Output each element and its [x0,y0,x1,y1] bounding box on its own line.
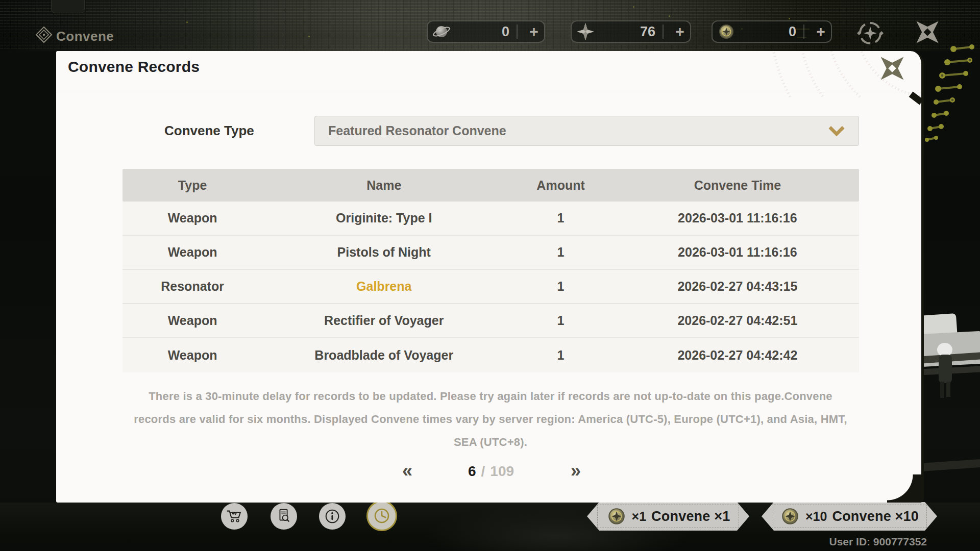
cell-amount: 1 [505,313,616,328]
cell-name: Broadblade of Voyager [262,348,505,363]
cell-name: Originite: Type I [262,211,505,226]
pill-divider [803,24,804,39]
table-row: Weapon Originite: Type I 1 2026-03-01 11… [122,202,859,236]
arc-decoration [605,51,921,98]
dna-helix-decoration [923,44,980,153]
convene-x10-button[interactable]: ×10 Convene ×10 [762,502,937,531]
speckle [789,18,790,19]
character-leg [946,382,950,397]
table-row: Resonator Galbrena 1 2026-02-27 04:43:15 [122,270,859,304]
cell-time: 2026-02-27 04:42:51 [616,313,859,328]
convene-x1-button[interactable]: ×1 Convene ×1 [587,502,749,531]
lunite-planet-icon [432,22,451,41]
modal-title: Convene Records [68,58,200,76]
header-divider [56,92,921,92]
column-header-name: Name [262,178,505,193]
cell-time: 2026-02-27 04:42:42 [616,348,859,363]
convene-type-dropdown[interactable]: Featured Resonator Convene [314,116,859,146]
convene-x10-cost: ×10 [805,509,827,524]
column-header-amount: Amount [505,178,616,193]
dropdown-selected-value: Featured Resonator Convene [328,123,506,138]
currency-lunite: 0 + [427,20,545,43]
tide-coin-icon [717,22,736,41]
speckle [186,21,188,23]
convene-records-modal: Convene Records Convene Type Featured Re… [56,51,924,503]
tide-coin-icon [606,506,627,527]
column-header-time: Convene Time [616,178,859,193]
shop-button[interactable] [221,503,248,530]
pill-divider [663,24,664,39]
table-row: Weapon Pistols of Night 1 2026-03-01 11:… [122,236,859,270]
records-detail-button[interactable] [271,503,297,530]
page-title: Convene [56,29,114,44]
pagination-counter: 6 / 109 [435,458,547,485]
cell-type: Weapon [122,348,262,363]
pagination-current-page: 6 [468,463,476,480]
pagination-separator: / [481,463,485,480]
cell-time: 2026-02-27 04:43:15 [616,279,859,294]
currency-value: 0 [789,24,796,40]
speckle [633,6,634,8]
currency-value: 76 [640,24,655,40]
cart-icon [226,508,243,525]
character-body [939,355,952,383]
table-header-row: Type Name Amount Convene Time [122,169,859,202]
convene-x10-label: Convene ×10 [832,509,919,524]
cell-type: Weapon [122,245,262,260]
document-search-icon [275,508,292,525]
add-tide-button[interactable]: + [811,21,831,42]
currency-astrite: 76 + [571,20,691,43]
speckle [308,36,310,37]
history-button[interactable] [366,500,397,531]
cell-time: 2026-03-01 11:16:16 [616,245,859,260]
astrite-star-icon [576,22,595,41]
cell-name: Pistols of Night [262,245,505,260]
chevron-down-icon [828,126,845,137]
info-icon [324,508,341,525]
convene-type-label: Convene Type [164,123,254,139]
corner-notch [909,91,924,105]
cell-type: Weapon [122,211,262,226]
records-disclaimer: There is a 30-minute delay for records t… [133,385,848,454]
corner-fold [887,474,921,503]
add-lunite-button[interactable]: + [524,21,544,42]
cell-type: Weapon [122,313,262,328]
tide-coin-icon [780,506,800,527]
table-row: Weapon Rectifier of Voyager 1 2026-02-27… [122,304,859,338]
convene-x1-label: Convene ×1 [651,509,730,524]
cell-amount: 1 [505,279,616,294]
cell-name: Rectifier of Voyager [262,313,505,328]
close-modal-pinwheel-icon[interactable] [878,54,906,83]
pagination-total-pages: 109 [490,463,514,480]
convene-emblem-icon [35,26,53,44]
cell-name: Galbrena [262,279,505,294]
cell-type: Resonator [122,279,262,294]
user-id: User ID: 900777352 [829,536,927,548]
screen: Convene 0 + 76 + 0 + [0,0,980,551]
records-table: Type Name Amount Convene Time Weapon Ori… [122,169,859,372]
cell-time: 2026-03-01 11:16:16 [616,211,859,226]
info-button[interactable] [319,503,346,530]
character-silhouette [931,343,960,404]
character-leg [940,382,944,398]
cell-amount: 1 [505,211,616,226]
currency-tide: 0 + [712,20,832,43]
pill-divider [517,24,518,39]
close-screen-pinwheel-icon[interactable] [914,18,941,46]
speckle [669,15,670,17]
column-header-type: Type [122,178,262,193]
convene-x1-cost: ×1 [632,509,647,524]
table-row: Weapon Broadblade of Voyager 1 2026-02-2… [122,338,859,372]
cell-amount: 1 [505,348,616,363]
background-panel-fragment [51,0,85,13]
pagination-prev-button[interactable]: « [389,458,425,485]
history-clock-icon [373,507,391,525]
currency-value: 0 [502,24,509,40]
pagination-next-button[interactable]: » [557,458,593,485]
compass-guide-icon[interactable] [855,18,885,48]
cell-amount: 1 [505,245,616,260]
add-astrite-button[interactable]: + [670,21,690,42]
